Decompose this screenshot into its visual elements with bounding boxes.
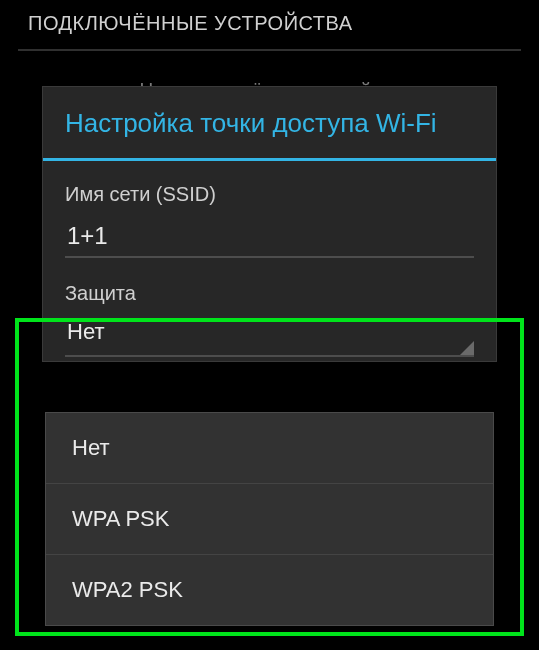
security-selected-value: Нет (67, 319, 104, 344)
ssid-input[interactable] (65, 216, 474, 258)
dropdown-indicator-icon (460, 341, 474, 355)
security-label: Защита (65, 282, 474, 305)
security-dropdown-panel: Нет WPA PSK WPA2 PSK (45, 412, 494, 626)
page-header: ПОДКЛЮЧЁННЫЕ УСТРОЙСТВА (0, 0, 539, 47)
ssid-field-group: Имя сети (SSID) (43, 161, 496, 264)
security-option-none[interactable]: Нет (46, 413, 493, 484)
security-field-group: Защита Нет (43, 264, 496, 361)
ssid-label: Имя сети (SSID) (65, 183, 474, 206)
security-option-wpa2-psk[interactable]: WPA2 PSK (46, 555, 493, 625)
security-option-wpa-psk[interactable]: WPA PSK (46, 484, 493, 555)
dialog-title: Настройка точки доступа Wi-Fi (43, 87, 496, 158)
wifi-hotspot-dialog: Настройка точки доступа Wi-Fi Имя сети (… (42, 86, 497, 362)
security-dropdown[interactable]: Нет (65, 313, 474, 357)
page-title: ПОДКЛЮЧЁННЫЕ УСТРОЙСТВА (28, 12, 353, 34)
